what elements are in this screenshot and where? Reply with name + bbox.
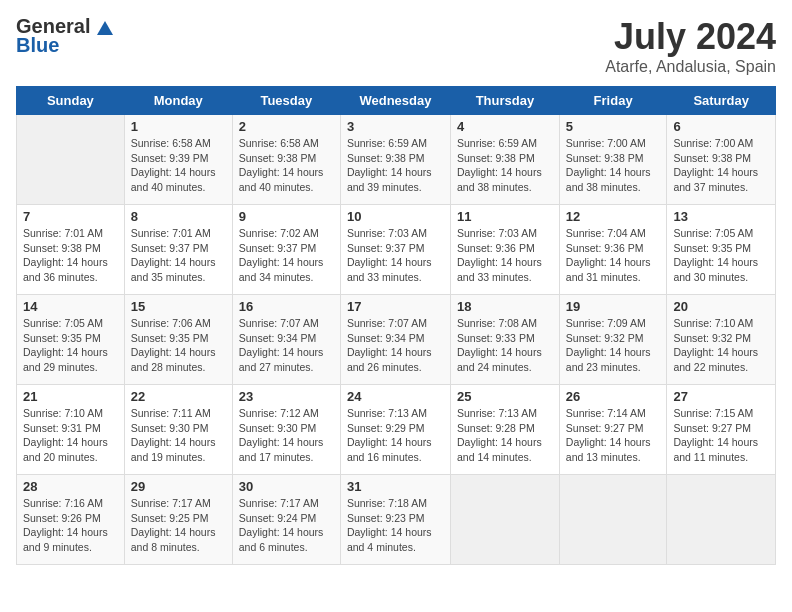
calendar-cell: 5Sunrise: 7:00 AMSunset: 9:38 PMDaylight… [559,115,667,205]
calendar-cell: 14Sunrise: 7:05 AMSunset: 9:35 PMDayligh… [17,295,125,385]
day-sun-info: Sunrise: 7:11 AMSunset: 9:30 PMDaylight:… [131,406,226,465]
day-sun-info: Sunrise: 7:00 AMSunset: 9:38 PMDaylight:… [673,136,769,195]
day-number: 24 [347,389,444,404]
day-number: 7 [23,209,118,224]
day-header-friday: Friday [559,87,667,115]
calendar-cell: 16Sunrise: 7:07 AMSunset: 9:34 PMDayligh… [232,295,340,385]
day-sun-info: Sunrise: 6:58 AMSunset: 9:39 PMDaylight:… [131,136,226,195]
day-sun-info: Sunrise: 7:13 AMSunset: 9:28 PMDaylight:… [457,406,553,465]
day-sun-info: Sunrise: 7:10 AMSunset: 9:31 PMDaylight:… [23,406,118,465]
week-row-5: 28Sunrise: 7:16 AMSunset: 9:26 PMDayligh… [17,475,776,565]
day-sun-info: Sunrise: 7:18 AMSunset: 9:23 PMDaylight:… [347,496,444,555]
day-sun-info: Sunrise: 7:15 AMSunset: 9:27 PMDaylight:… [673,406,769,465]
day-sun-info: Sunrise: 7:07 AMSunset: 9:34 PMDaylight:… [347,316,444,375]
calendar-cell: 6Sunrise: 7:00 AMSunset: 9:38 PMDaylight… [667,115,776,205]
calendar-cell: 7Sunrise: 7:01 AMSunset: 9:38 PMDaylight… [17,205,125,295]
day-sun-info: Sunrise: 6:59 AMSunset: 9:38 PMDaylight:… [347,136,444,195]
day-number: 20 [673,299,769,314]
day-number: 18 [457,299,553,314]
day-header-tuesday: Tuesday [232,87,340,115]
calendar-cell: 2Sunrise: 6:58 AMSunset: 9:38 PMDaylight… [232,115,340,205]
day-number: 3 [347,119,444,134]
day-number: 22 [131,389,226,404]
calendar-cell: 26Sunrise: 7:14 AMSunset: 9:27 PMDayligh… [559,385,667,475]
day-number: 31 [347,479,444,494]
day-sun-info: Sunrise: 7:05 AMSunset: 9:35 PMDaylight:… [673,226,769,285]
day-number: 8 [131,209,226,224]
day-header-thursday: Thursday [451,87,560,115]
day-number: 2 [239,119,334,134]
day-sun-info: Sunrise: 7:05 AMSunset: 9:35 PMDaylight:… [23,316,118,375]
location-title: Atarfe, Andalusia, Spain [605,58,776,76]
page-header: General Blue July 2024 Atarfe, Andalusia… [16,16,776,76]
logo-blue: Blue [16,35,115,55]
calendar-cell: 27Sunrise: 7:15 AMSunset: 9:27 PMDayligh… [667,385,776,475]
day-sun-info: Sunrise: 6:59 AMSunset: 9:38 PMDaylight:… [457,136,553,195]
day-sun-info: Sunrise: 7:01 AMSunset: 9:38 PMDaylight:… [23,226,118,285]
day-sun-info: Sunrise: 7:01 AMSunset: 9:37 PMDaylight:… [131,226,226,285]
calendar-cell: 17Sunrise: 7:07 AMSunset: 9:34 PMDayligh… [340,295,450,385]
calendar-cell: 19Sunrise: 7:09 AMSunset: 9:32 PMDayligh… [559,295,667,385]
day-sun-info: Sunrise: 7:09 AMSunset: 9:32 PMDaylight:… [566,316,661,375]
calendar-cell: 15Sunrise: 7:06 AMSunset: 9:35 PMDayligh… [124,295,232,385]
calendar-cell: 1Sunrise: 6:58 AMSunset: 9:39 PMDaylight… [124,115,232,205]
calendar-cell [667,475,776,565]
calendar-cell: 22Sunrise: 7:11 AMSunset: 9:30 PMDayligh… [124,385,232,475]
day-sun-info: Sunrise: 7:17 AMSunset: 9:25 PMDaylight:… [131,496,226,555]
day-header-saturday: Saturday [667,87,776,115]
calendar-cell [17,115,125,205]
week-row-4: 21Sunrise: 7:10 AMSunset: 9:31 PMDayligh… [17,385,776,475]
week-row-1: 1Sunrise: 6:58 AMSunset: 9:39 PMDaylight… [17,115,776,205]
header-row: SundayMondayTuesdayWednesdayThursdayFrid… [17,87,776,115]
day-number: 16 [239,299,334,314]
day-sun-info: Sunrise: 7:03 AMSunset: 9:36 PMDaylight:… [457,226,553,285]
calendar-cell: 29Sunrise: 7:17 AMSunset: 9:25 PMDayligh… [124,475,232,565]
day-sun-info: Sunrise: 7:02 AMSunset: 9:37 PMDaylight:… [239,226,334,285]
calendar-cell: 20Sunrise: 7:10 AMSunset: 9:32 PMDayligh… [667,295,776,385]
calendar-cell [559,475,667,565]
calendar-body: 1Sunrise: 6:58 AMSunset: 9:39 PMDaylight… [17,115,776,565]
calendar-cell: 18Sunrise: 7:08 AMSunset: 9:33 PMDayligh… [451,295,560,385]
calendar-cell: 4Sunrise: 6:59 AMSunset: 9:38 PMDaylight… [451,115,560,205]
day-number: 28 [23,479,118,494]
day-number: 21 [23,389,118,404]
day-number: 13 [673,209,769,224]
calendar-cell [451,475,560,565]
logo: General Blue [16,16,115,55]
calendar-table: SundayMondayTuesdayWednesdayThursdayFrid… [16,86,776,565]
day-number: 15 [131,299,226,314]
calendar-cell: 13Sunrise: 7:05 AMSunset: 9:35 PMDayligh… [667,205,776,295]
calendar-cell: 12Sunrise: 7:04 AMSunset: 9:36 PMDayligh… [559,205,667,295]
calendar-cell: 24Sunrise: 7:13 AMSunset: 9:29 PMDayligh… [340,385,450,475]
day-number: 1 [131,119,226,134]
day-sun-info: Sunrise: 7:06 AMSunset: 9:35 PMDaylight:… [131,316,226,375]
calendar-cell: 23Sunrise: 7:12 AMSunset: 9:30 PMDayligh… [232,385,340,475]
calendar-cell: 25Sunrise: 7:13 AMSunset: 9:28 PMDayligh… [451,385,560,475]
day-number: 12 [566,209,661,224]
calendar-cell: 21Sunrise: 7:10 AMSunset: 9:31 PMDayligh… [17,385,125,475]
calendar-cell: 3Sunrise: 6:59 AMSunset: 9:38 PMDaylight… [340,115,450,205]
day-sun-info: Sunrise: 7:08 AMSunset: 9:33 PMDaylight:… [457,316,553,375]
day-number: 23 [239,389,334,404]
day-sun-info: Sunrise: 7:00 AMSunset: 9:38 PMDaylight:… [566,136,661,195]
calendar-header: SundayMondayTuesdayWednesdayThursdayFrid… [17,87,776,115]
month-year-title: July 2024 [605,16,776,58]
day-number: 10 [347,209,444,224]
day-sun-info: Sunrise: 7:07 AMSunset: 9:34 PMDaylight:… [239,316,334,375]
day-number: 11 [457,209,553,224]
day-sun-info: Sunrise: 7:13 AMSunset: 9:29 PMDaylight:… [347,406,444,465]
day-number: 14 [23,299,118,314]
day-number: 30 [239,479,334,494]
day-sun-info: Sunrise: 7:16 AMSunset: 9:26 PMDaylight:… [23,496,118,555]
calendar-cell: 9Sunrise: 7:02 AMSunset: 9:37 PMDaylight… [232,205,340,295]
day-sun-info: Sunrise: 7:04 AMSunset: 9:36 PMDaylight:… [566,226,661,285]
day-number: 25 [457,389,553,404]
day-header-sunday: Sunday [17,87,125,115]
day-number: 5 [566,119,661,134]
title-block: July 2024 Atarfe, Andalusia, Spain [605,16,776,76]
week-row-3: 14Sunrise: 7:05 AMSunset: 9:35 PMDayligh… [17,295,776,385]
day-sun-info: Sunrise: 7:03 AMSunset: 9:37 PMDaylight:… [347,226,444,285]
svg-marker-0 [97,21,113,35]
day-number: 9 [239,209,334,224]
day-number: 26 [566,389,661,404]
